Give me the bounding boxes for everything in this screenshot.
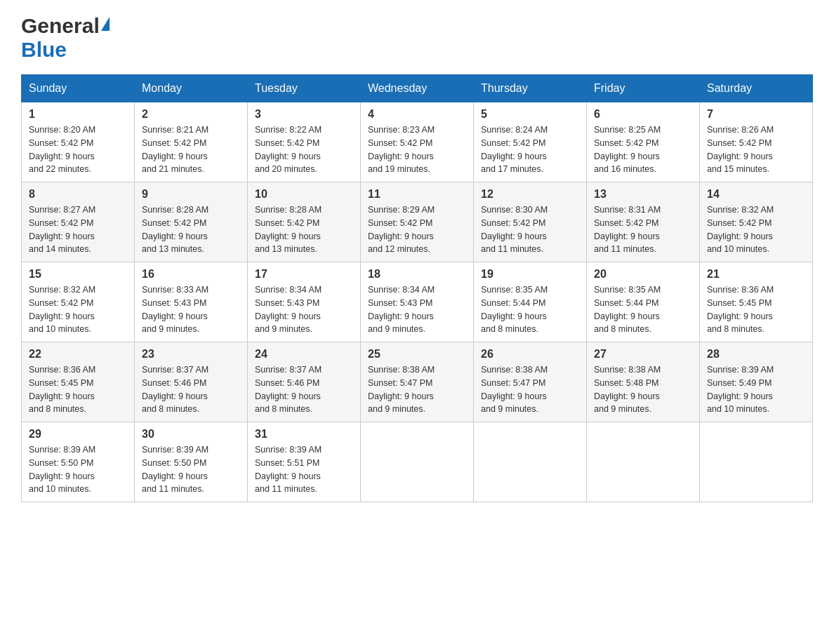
- day-number: 31: [255, 428, 353, 441]
- logo: General Blue: [21, 14, 110, 62]
- calendar-cell: [474, 422, 587, 502]
- day-info: Sunrise: 8:31 AMSunset: 5:42 PMDaylight:…: [594, 203, 692, 256]
- day-info: Sunrise: 8:23 AMSunset: 5:42 PMDaylight:…: [368, 123, 466, 176]
- logo-arrow-icon: [101, 17, 110, 31]
- day-number: 25: [368, 348, 466, 361]
- calendar-week-row: 8Sunrise: 8:27 AMSunset: 5:42 PMDaylight…: [22, 182, 813, 262]
- calendar-cell: 12Sunrise: 8:30 AMSunset: 5:42 PMDayligh…: [474, 182, 587, 262]
- calendar-cell: 19Sunrise: 8:35 AMSunset: 5:44 PMDayligh…: [474, 262, 587, 342]
- day-info: Sunrise: 8:36 AMSunset: 5:45 PMDaylight:…: [29, 363, 127, 416]
- calendar-cell: 25Sunrise: 8:38 AMSunset: 5:47 PMDayligh…: [361, 342, 474, 422]
- day-info: Sunrise: 8:39 AMSunset: 5:51 PMDaylight:…: [255, 443, 353, 496]
- day-info: Sunrise: 8:39 AMSunset: 5:49 PMDaylight:…: [707, 363, 805, 416]
- calendar-cell: 23Sunrise: 8:37 AMSunset: 5:46 PMDayligh…: [135, 342, 248, 422]
- calendar-header-row: SundayMondayTuesdayWednesdayThursdayFrid…: [22, 75, 813, 102]
- day-info: Sunrise: 8:33 AMSunset: 5:43 PMDaylight:…: [142, 283, 240, 336]
- calendar-cell: 13Sunrise: 8:31 AMSunset: 5:42 PMDayligh…: [587, 182, 700, 262]
- day-header-friday: Friday: [587, 75, 700, 102]
- calendar-cell: 11Sunrise: 8:29 AMSunset: 5:42 PMDayligh…: [361, 182, 474, 262]
- logo-blue: Blue: [21, 38, 67, 61]
- day-number: 15: [29, 268, 127, 281]
- calendar-cell: 17Sunrise: 8:34 AMSunset: 5:43 PMDayligh…: [248, 262, 361, 342]
- day-info: Sunrise: 8:25 AMSunset: 5:42 PMDaylight:…: [594, 123, 692, 176]
- calendar-cell: 28Sunrise: 8:39 AMSunset: 5:49 PMDayligh…: [700, 342, 813, 422]
- day-number: 5: [481, 108, 579, 121]
- day-info: Sunrise: 8:39 AMSunset: 5:50 PMDaylight:…: [29, 443, 127, 496]
- day-number: 24: [255, 348, 353, 361]
- day-number: 20: [594, 268, 692, 281]
- day-number: 2: [142, 108, 240, 121]
- calendar-cell: 2Sunrise: 8:21 AMSunset: 5:42 PMDaylight…: [135, 102, 248, 182]
- calendar-table: SundayMondayTuesdayWednesdayThursdayFrid…: [21, 74, 813, 502]
- calendar-cell: 7Sunrise: 8:26 AMSunset: 5:42 PMDaylight…: [700, 102, 813, 182]
- day-number: 19: [481, 268, 579, 281]
- day-info: Sunrise: 8:38 AMSunset: 5:48 PMDaylight:…: [594, 363, 692, 416]
- day-info: Sunrise: 8:24 AMSunset: 5:42 PMDaylight:…: [481, 123, 579, 176]
- day-number: 3: [255, 108, 353, 121]
- day-info: Sunrise: 8:34 AMSunset: 5:43 PMDaylight:…: [368, 283, 466, 336]
- calendar-cell: 10Sunrise: 8:28 AMSunset: 5:42 PMDayligh…: [248, 182, 361, 262]
- day-number: 21: [707, 268, 805, 281]
- day-number: 9: [142, 188, 240, 201]
- day-info: Sunrise: 8:36 AMSunset: 5:45 PMDaylight:…: [707, 283, 805, 336]
- calendar-cell: 8Sunrise: 8:27 AMSunset: 5:42 PMDaylight…: [22, 182, 135, 262]
- day-header-sunday: Sunday: [22, 75, 135, 102]
- day-number: 28: [707, 348, 805, 361]
- day-header-wednesday: Wednesday: [361, 75, 474, 102]
- calendar-cell: [361, 422, 474, 502]
- day-info: Sunrise: 8:28 AMSunset: 5:42 PMDaylight:…: [255, 203, 353, 256]
- day-info: Sunrise: 8:22 AMSunset: 5:42 PMDaylight:…: [255, 123, 353, 176]
- calendar-week-row: 22Sunrise: 8:36 AMSunset: 5:45 PMDayligh…: [22, 342, 813, 422]
- day-info: Sunrise: 8:30 AMSunset: 5:42 PMDaylight:…: [481, 203, 579, 256]
- calendar-cell: 1Sunrise: 8:20 AMSunset: 5:42 PMDaylight…: [22, 102, 135, 182]
- day-info: Sunrise: 8:38 AMSunset: 5:47 PMDaylight:…: [368, 363, 466, 416]
- calendar-cell: [700, 422, 813, 502]
- calendar-cell: 4Sunrise: 8:23 AMSunset: 5:42 PMDaylight…: [361, 102, 474, 182]
- calendar-cell: 3Sunrise: 8:22 AMSunset: 5:42 PMDaylight…: [248, 102, 361, 182]
- calendar-cell: 26Sunrise: 8:38 AMSunset: 5:47 PMDayligh…: [474, 342, 587, 422]
- day-number: 7: [707, 108, 805, 121]
- day-number: 23: [142, 348, 240, 361]
- day-number: 6: [594, 108, 692, 121]
- day-info: Sunrise: 8:28 AMSunset: 5:42 PMDaylight:…: [142, 203, 240, 256]
- day-number: 12: [481, 188, 579, 201]
- day-info: Sunrise: 8:32 AMSunset: 5:42 PMDaylight:…: [707, 203, 805, 256]
- calendar-cell: 21Sunrise: 8:36 AMSunset: 5:45 PMDayligh…: [700, 262, 813, 342]
- calendar-cell: 14Sunrise: 8:32 AMSunset: 5:42 PMDayligh…: [700, 182, 813, 262]
- day-header-tuesday: Tuesday: [248, 75, 361, 102]
- calendar-cell: 30Sunrise: 8:39 AMSunset: 5:50 PMDayligh…: [135, 422, 248, 502]
- day-info: Sunrise: 8:27 AMSunset: 5:42 PMDaylight:…: [29, 203, 127, 256]
- day-number: 11: [368, 188, 466, 201]
- day-info: Sunrise: 8:20 AMSunset: 5:42 PMDaylight:…: [29, 123, 127, 176]
- calendar-cell: 24Sunrise: 8:37 AMSunset: 5:46 PMDayligh…: [248, 342, 361, 422]
- day-number: 30: [142, 428, 240, 441]
- day-info: Sunrise: 8:35 AMSunset: 5:44 PMDaylight:…: [594, 283, 692, 336]
- day-number: 14: [707, 188, 805, 201]
- day-info: Sunrise: 8:21 AMSunset: 5:42 PMDaylight:…: [142, 123, 240, 176]
- day-number: 8: [29, 188, 127, 201]
- calendar-cell: 20Sunrise: 8:35 AMSunset: 5:44 PMDayligh…: [587, 262, 700, 342]
- calendar-cell: 18Sunrise: 8:34 AMSunset: 5:43 PMDayligh…: [361, 262, 474, 342]
- day-info: Sunrise: 8:35 AMSunset: 5:44 PMDaylight:…: [481, 283, 579, 336]
- logo-general: General: [21, 14, 100, 38]
- day-number: 29: [29, 428, 127, 441]
- calendar-cell: 22Sunrise: 8:36 AMSunset: 5:45 PMDayligh…: [22, 342, 135, 422]
- day-info: Sunrise: 8:34 AMSunset: 5:43 PMDaylight:…: [255, 283, 353, 336]
- calendar-cell: 29Sunrise: 8:39 AMSunset: 5:50 PMDayligh…: [22, 422, 135, 502]
- day-info: Sunrise: 8:29 AMSunset: 5:42 PMDaylight:…: [368, 203, 466, 256]
- calendar-week-row: 1Sunrise: 8:20 AMSunset: 5:42 PMDaylight…: [22, 102, 813, 182]
- day-info: Sunrise: 8:37 AMSunset: 5:46 PMDaylight:…: [142, 363, 240, 416]
- calendar-cell: 6Sunrise: 8:25 AMSunset: 5:42 PMDaylight…: [587, 102, 700, 182]
- day-number: 18: [368, 268, 466, 281]
- day-info: Sunrise: 8:39 AMSunset: 5:50 PMDaylight:…: [142, 443, 240, 496]
- calendar-cell: 9Sunrise: 8:28 AMSunset: 5:42 PMDaylight…: [135, 182, 248, 262]
- day-number: 10: [255, 188, 353, 201]
- calendar-cell: 27Sunrise: 8:38 AMSunset: 5:48 PMDayligh…: [587, 342, 700, 422]
- day-number: 13: [594, 188, 692, 201]
- calendar-cell: [587, 422, 700, 502]
- day-number: 27: [594, 348, 692, 361]
- day-info: Sunrise: 8:32 AMSunset: 5:42 PMDaylight:…: [29, 283, 127, 336]
- day-header-monday: Monday: [135, 75, 248, 102]
- calendar-cell: 16Sunrise: 8:33 AMSunset: 5:43 PMDayligh…: [135, 262, 248, 342]
- day-number: 26: [481, 348, 579, 361]
